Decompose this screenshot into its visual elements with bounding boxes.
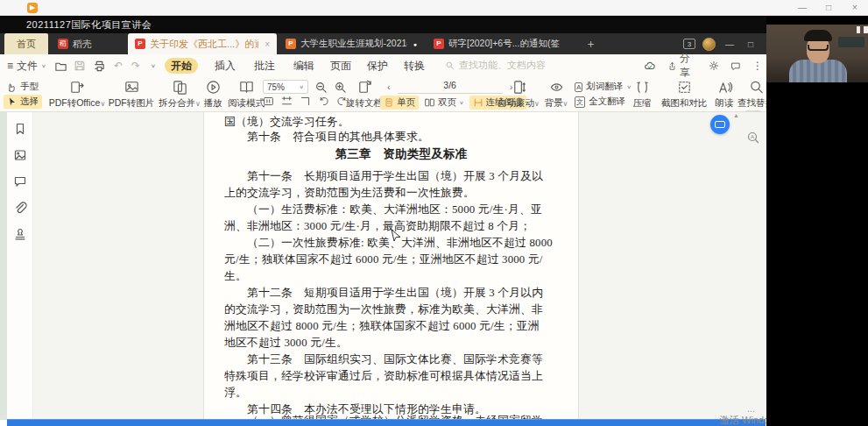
tab-pdf-document-2[interactable]: P 研字[2020]+6号...的通知(签章).pdf [427,33,567,54]
tab-docer[interactable]: 稻 稻壳 [51,33,99,54]
user-avatar[interactable] [702,38,716,51]
tab-ppt-label: 大学生职业生涯规划-2021春季学期 [300,38,407,50]
document-line: 第十一条 长期项目适用于学生出国（境）开展 3 个月及以 [224,169,578,184]
split-merge-button[interactable]: 拆分合并∨ [156,79,203,110]
word-translate-float-icon[interactable]: A [746,131,760,145]
menu-tab-insert[interactable]: 插入 [208,58,242,74]
redo-icon: ↷ [131,60,140,72]
zoom-controls: 75% ∨ [263,80,347,94]
zoom-level-dropdown[interactable]: 75% ∨ [263,80,308,94]
menu-tab-page[interactable]: 页面 [324,58,357,74]
document-line: 洲地区不超过 8000 元/生；独联体国家不超过 6000 元/生；亚洲 [224,319,578,334]
chevron-down-icon: ∨ [100,100,105,108]
actual-size-icon[interactable] [263,96,274,107]
search-icon [445,60,455,70]
read-mode-button[interactable]: 阅读模式 [226,79,266,110]
compress-label: 压缩 [633,97,652,108]
document-line: （一）生活费标准：欧美、大洋洲地区：5000 元/生·月、亚 [224,202,578,217]
rotate-document-button[interactable]: 旋转文档 [343,79,385,110]
quick-access-dropdown[interactable]: ∨ [151,54,156,77]
document-line: 第十二条 短期项目适用于学生出国（境）开展 3 个月以内 [224,286,578,301]
find-replace-icon [748,79,765,96]
tabbar-right-controls: 3 — □ × [683,33,779,54]
full-translate-button[interactable]: 文 全文翻译 [575,96,625,108]
menu-tab-protect[interactable]: 保护 [361,58,394,74]
print-button[interactable] [93,54,106,77]
wps-restore-button[interactable]: □ [744,39,758,49]
word-translate-button[interactable]: A 划词翻译 ∨ [575,81,632,93]
fit-width-icon[interactable] [281,96,293,107]
background-button[interactable]: 背景∨ [540,79,573,110]
scrollbar-track[interactable] [745,110,761,112]
presenter-glasses [808,45,829,51]
pdf-to-office-icon [69,79,86,96]
rotate-left-icon[interactable] [318,96,329,107]
hand-tool-button[interactable]: 手型 [5,81,39,93]
compress-button[interactable]: 压缩 [627,79,657,110]
page-indicator[interactable]: 3/6 [398,80,503,94]
previous-page-icon[interactable]: ‹ [387,82,391,92]
open-folder-button[interactable] [54,54,67,77]
video-layout-icon[interactable] [864,26,868,33]
double-page-button[interactable]: 双页 ∨ [424,96,464,109]
menu-tab-annotate[interactable]: 批注 [248,58,281,74]
auto-scroll-button[interactable]: 自动滚动∨ [496,79,541,110]
pdf-to-image-label: PDF转图片 [109,97,155,108]
more-icon[interactable]: ⋮ [752,60,763,72]
docer-icon: 稻 [58,39,68,49]
pdf-to-office-button[interactable]: PDF转Office∨ [48,79,106,110]
share-button[interactable]: 分享 [667,51,697,81]
pdf-to-image-button[interactable]: PDF转图片 [107,79,156,110]
screenshot-compare-button[interactable]: 截图和对比 [657,79,711,110]
document-count-badge[interactable]: 3 [683,39,695,49]
save-button[interactable] [74,54,86,77]
single-page-button[interactable]: 单页 [380,96,419,110]
conference-maximize-button[interactable]: □ [817,0,840,15]
tab-home-label: 首页 [17,38,36,51]
gear-icon[interactable] [709,60,719,72]
save-icon [74,60,86,72]
document-viewport[interactable]: 国（境）交流学习任务。 第十条 符合项目的其他具体要求。 第三章 资助类型及标准… [33,112,766,420]
play-button[interactable]: 播放 [200,79,226,110]
menu-tab-edit[interactable]: 编辑 [287,58,321,74]
seal-icon[interactable] [13,227,27,241]
undo-button[interactable]: ↶ [114,54,123,77]
read-aloud-button[interactable]: 朗读 [711,79,737,110]
menu-tab-convert[interactable]: 转换 [398,58,431,74]
chevron-down-icon: ∨ [299,84,304,89]
chat-icon[interactable] [730,60,741,72]
document-line: 特殊项目，经学校评审通过后，资助标准可根据具体情况适当上 [224,369,578,384]
search-box[interactable]: 查找功能、文档内容 [445,59,546,72]
menu-tab-start[interactable]: 开始 [165,58,198,74]
wps-minimize-button[interactable]: — [723,39,737,49]
zoom-out-icon[interactable] [314,81,328,94]
webcam-panel [766,16,868,426]
scrollbar-up-arrow[interactable]: ▲ [733,112,739,118]
screenshot-compare-label: 截图和对比 [661,97,708,108]
tab-home[interactable]: 首页 [4,33,48,54]
tab-document-active[interactable]: P 关于印发《西北工...》的通知.pdf × [128,33,277,54]
tab-ppt-document[interactable]: P 大学生职业生涯规划-2021春季学期 ● [279,33,424,54]
undo-icon: ↶ [114,60,123,72]
wps-assistant-button[interactable] [710,115,730,134]
fit-page-icon[interactable] [300,96,311,107]
attachment-icon[interactable] [13,201,27,215]
menubar-right-tools: 分享 ⋮ ∧ [644,54,780,77]
thumbnail-icon[interactable] [13,148,27,162]
webcam-video[interactable] [766,25,868,82]
redo-button[interactable]: ↷ [131,54,140,77]
conference-close-button[interactable]: × [843,0,866,15]
conference-minimize-button[interactable]: — [791,0,814,15]
tab-close-icon[interactable]: × [265,39,270,49]
file-menu[interactable]: ≡ 文件 ∨ [7,54,46,77]
eye-icon [548,79,565,96]
select-tool-button[interactable]: 选择 [4,95,42,109]
play-label: 播放 [204,97,222,108]
cloud-sync-icon[interactable] [644,60,656,72]
double-page-label: 双页 [438,96,456,109]
full-translate-icon: 文 [575,96,585,108]
new-tab-button[interactable]: ＋ [578,33,603,54]
bookmark-icon[interactable] [13,122,27,136]
comment-icon[interactable] [13,174,27,188]
pdf-page: 国（境）交流学习任务。 第十条 符合项目的其他具体要求。 第三章 资助类型及标准… [203,112,579,420]
